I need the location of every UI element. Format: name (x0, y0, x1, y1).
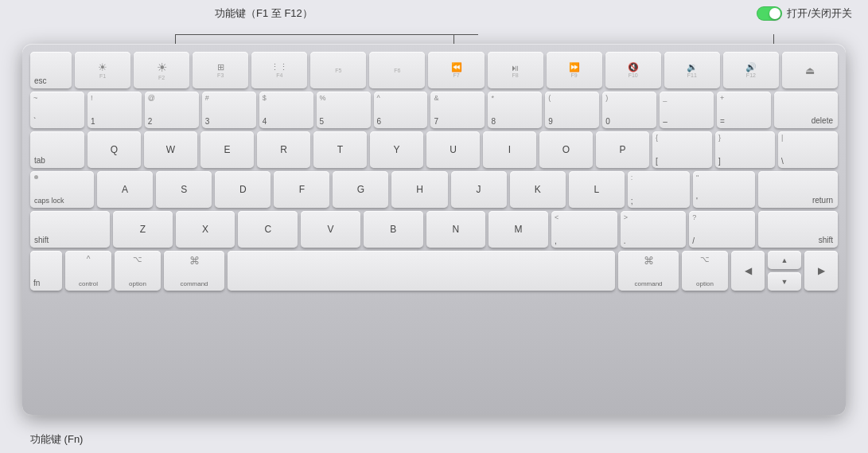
key-j[interactable]: J (451, 171, 507, 208)
key-arrow-right[interactable]: ▶ (804, 251, 838, 291)
toggle-switch-icon[interactable] (757, 6, 782, 21)
key-option-left[interactable]: ⌥ option (115, 251, 161, 291)
key-m[interactable]: M (488, 211, 548, 248)
fn-key-row: esc ☀ F1 ☀ F2 ⊞ F3 ⋮⋮ F4 F5 F6 (30, 52, 838, 88)
key-1[interactable]: ! 1 (88, 92, 142, 128)
key-eject[interactable]: ⏏ (782, 52, 838, 88)
key-equals[interactable]: + = (717, 92, 771, 128)
key-space[interactable] (228, 251, 615, 291)
key-period[interactable]: > . (621, 211, 687, 248)
key-control[interactable]: ^ control (65, 251, 111, 291)
key-y[interactable]: Y (370, 131, 423, 168)
key-f7[interactable]: ⏪ F7 (428, 52, 484, 88)
key-arrow-down[interactable]: ▼ (768, 272, 801, 291)
key-command-left[interactable]: ⌘ command (164, 251, 224, 291)
key-2[interactable]: @ 2 (145, 92, 199, 128)
key-f5[interactable]: F5 (310, 52, 366, 88)
key-rbracket[interactable]: } ] (715, 131, 775, 168)
key-tab[interactable]: tab (30, 131, 84, 168)
key-a[interactable]: A (97, 171, 153, 208)
key-d[interactable]: D (215, 171, 271, 208)
key-f11[interactable]: 🔉 F11 (664, 52, 720, 88)
fn-keys-annotation: 功能键（F1 至 F12） (215, 6, 313, 21)
key-f4[interactable]: ⋮⋮ F4 (251, 52, 307, 88)
key-b[interactable]: B (364, 211, 423, 248)
keyboard: esc ☀ F1 ☀ F2 ⊞ F3 ⋮⋮ F4 F5 F6 (22, 44, 846, 415)
key-f10[interactable]: 🔇 F10 (605, 52, 661, 88)
key-return[interactable]: return (758, 171, 838, 208)
key-backslash[interactable]: | \ (778, 131, 838, 168)
key-minus[interactable]: _ – (660, 92, 714, 128)
toggle-annotation: 打开/关闭开关 (757, 6, 852, 21)
key-4[interactable]: $ 4 (259, 92, 313, 128)
key-3[interactable]: # 3 (202, 92, 256, 128)
key-p[interactable]: P (596, 131, 649, 168)
key-f[interactable]: F (274, 171, 329, 208)
key-comma[interactable]: < , (551, 211, 617, 248)
key-esc[interactable]: esc (30, 52, 72, 88)
qwerty-row: tab Q W E R T Y U I O P { [ } ] | \ (30, 131, 838, 168)
key-shift-left[interactable]: shift (30, 211, 110, 248)
key-f6[interactable]: F6 (369, 52, 425, 88)
key-delete[interactable]: delete (774, 92, 838, 128)
key-slash[interactable]: ? / (689, 211, 755, 248)
key-arrow-up[interactable]: ▲ (768, 251, 801, 269)
key-shift-right[interactable]: shift (758, 211, 838, 248)
fn-key-annotation: 功能键 (Fn) (30, 432, 83, 447)
modifier-row: fn ^ control ⌥ option ⌘ command ⌘ comman… (30, 251, 838, 291)
key-v[interactable]: V (301, 211, 360, 248)
key-z[interactable]: Z (113, 211, 173, 248)
key-lbracket[interactable]: { [ (652, 131, 712, 168)
key-k[interactable]: K (510, 171, 566, 208)
key-7[interactable]: & 7 (430, 92, 485, 128)
key-option-right[interactable]: ⌥ option (682, 251, 728, 291)
key-backtick[interactable]: ~ ` (30, 92, 84, 128)
key-0[interactable]: ) 0 (602, 92, 656, 128)
key-f2[interactable]: ☀ F2 (134, 52, 189, 88)
key-n[interactable]: N (426, 211, 486, 248)
key-6[interactable]: ^ 6 (374, 92, 428, 128)
key-h[interactable]: H (391, 171, 447, 208)
key-fn[interactable]: fn (30, 251, 62, 291)
key-t[interactable]: T (313, 131, 367, 168)
key-8[interactable]: * 8 (488, 92, 542, 128)
key-x[interactable]: X (176, 211, 235, 248)
key-f8[interactable]: ⏯ F8 (488, 52, 543, 88)
key-w[interactable]: W (144, 131, 197, 168)
key-g[interactable]: G (333, 171, 388, 208)
key-f1[interactable]: ☀ F1 (75, 52, 130, 88)
key-f9[interactable]: ⏩ F9 (547, 52, 602, 88)
key-command-right[interactable]: ⌘ command (618, 251, 679, 291)
key-c[interactable]: C (238, 211, 298, 248)
key-f3[interactable]: ⊞ F3 (193, 52, 248, 88)
asdf-row: caps lock A S D F G H J K L : ; " ' retu… (30, 171, 838, 208)
key-u[interactable]: U (426, 131, 480, 168)
key-caps-lock[interactable]: caps lock (30, 171, 94, 208)
key-r[interactable]: R (257, 131, 310, 168)
key-q[interactable]: Q (88, 131, 141, 168)
key-5[interactable]: % 5 (317, 92, 371, 128)
toggle-label: 打开/关闭开关 (787, 6, 852, 21)
key-o[interactable]: O (539, 131, 593, 168)
zxcv-row: shift Z X C V B N M < , > . ? / shift (30, 211, 838, 248)
key-e[interactable]: E (200, 131, 254, 168)
key-s[interactable]: S (156, 171, 212, 208)
number-row: ~ ` ! 1 @ 2 # 3 $ 4 % 5 ^ 6 (30, 92, 838, 128)
key-i[interactable]: I (483, 131, 536, 168)
key-l[interactable]: L (569, 171, 625, 208)
arrow-updown-container: ▲ ▼ (768, 251, 801, 291)
key-quote[interactable]: " ' (693, 171, 755, 208)
key-arrow-left[interactable]: ◀ (731, 251, 765, 291)
key-semicolon[interactable]: : ; (628, 171, 690, 208)
key-9[interactable]: ( 9 (545, 92, 599, 128)
key-f12[interactable]: 🔊 F12 (723, 52, 779, 88)
